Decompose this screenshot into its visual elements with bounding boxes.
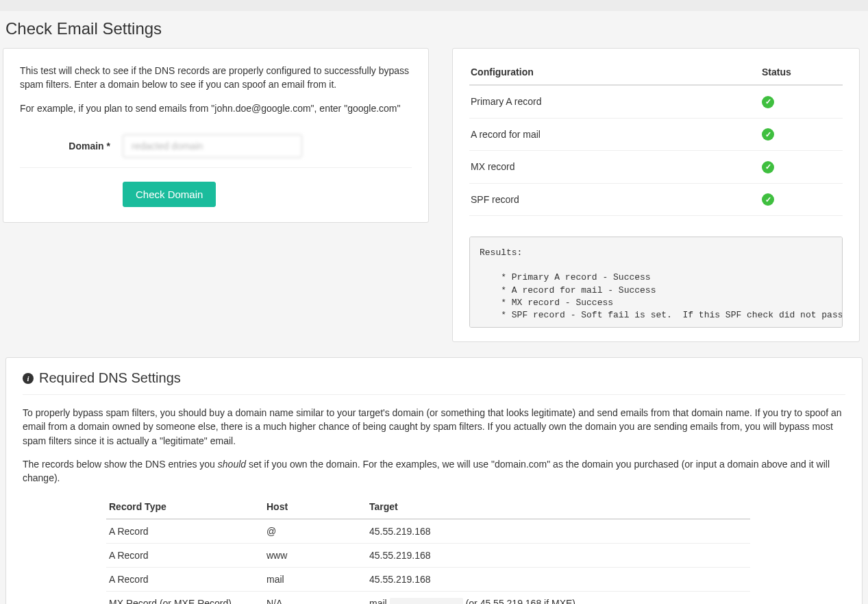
status-table: Configuration Status Primary A record ✓ … <box>469 60 843 216</box>
status-header-config: Configuration <box>469 60 760 85</box>
domain-label: Domain * <box>20 141 123 152</box>
info-icon: i <box>23 373 34 384</box>
check-circle-icon: ✓ <box>762 128 774 141</box>
table-row: A Record www 45.55.219.168 <box>106 543 750 567</box>
check-circle-icon: ✓ <box>762 96 774 108</box>
status-row-label: MX record <box>469 151 760 184</box>
required-dns-title: i Required DNS Settings <box>23 370 845 395</box>
required-dns-title-text: Required DNS Settings <box>39 370 181 386</box>
domain-form-row: Domain * <box>20 125 412 168</box>
status-header-status: Status <box>760 60 843 85</box>
results-pre[interactable]: Results: * Primary A record - Success * … <box>469 237 843 328</box>
status-row: Primary A record ✓ <box>469 85 843 118</box>
status-panel: Configuration Status Primary A record ✓ … <box>452 48 860 342</box>
status-row-label: Primary A record <box>469 85 760 118</box>
table-row: A Record mail 45.55.219.168 <box>106 567 750 591</box>
page-title: Check Email Settings <box>3 11 865 48</box>
status-row-label: A record for mail <box>469 118 760 151</box>
dns-table: Record Type Host Target A Record @ 45.55… <box>106 495 750 604</box>
check-panel: This test will check to see if the DNS r… <box>3 48 429 223</box>
intro-text-2: For example, if you plan to send emails … <box>20 101 412 115</box>
domain-input[interactable] <box>123 134 302 158</box>
table-row: A Record @ 45.55.219.168 <box>106 519 750 544</box>
check-circle-icon: ✓ <box>762 193 774 206</box>
intro-text-1: This test will check to see if the DNS r… <box>20 64 412 92</box>
required-p2: The records below show the DNS entries y… <box>23 457 845 485</box>
dns-header-target: Target <box>367 495 750 519</box>
dns-header-type: Record Type <box>106 495 264 519</box>
status-row: MX record ✓ <box>469 151 843 184</box>
status-row: A record for mail ✓ <box>469 118 843 151</box>
required-dns-panel: i Required DNS Settings To properly bypa… <box>5 357 863 604</box>
check-domain-button[interactable]: Check Domain <box>123 182 216 207</box>
required-p1: To properly bypass spam filters, you sho… <box>23 406 845 448</box>
dns-header-host: Host <box>264 495 367 519</box>
status-row: SPF record ✓ <box>469 183 843 216</box>
status-row-label: SPF record <box>469 183 760 216</box>
table-row: MX Record (or MXE Record) N/A mail.█████… <box>106 591 750 604</box>
top-ribbon <box>0 0 868 11</box>
check-circle-icon: ✓ <box>762 161 774 173</box>
